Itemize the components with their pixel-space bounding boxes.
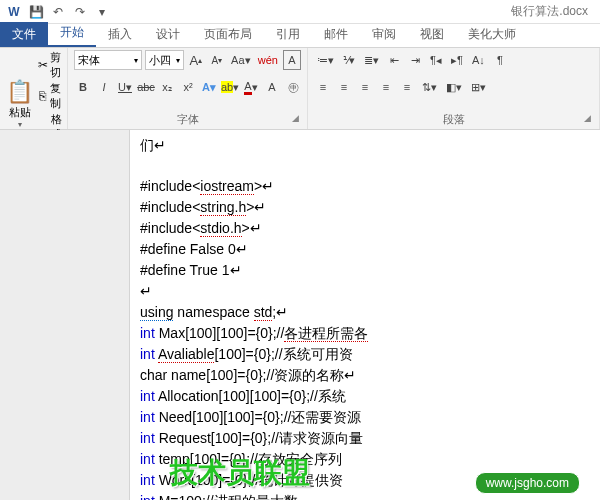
tab-references[interactable]: 引用 xyxy=(264,22,312,47)
decrease-indent-button[interactable]: ⇤ xyxy=(385,50,403,70)
shrink-font-button[interactable]: A▾ xyxy=(208,50,226,70)
paragraph-label: 段落◢ xyxy=(314,111,593,129)
align-right-button[interactable]: ≡ xyxy=(356,77,374,97)
qat-more-icon[interactable]: ▾ xyxy=(92,2,112,22)
superscript-button[interactable]: x² xyxy=(179,77,197,97)
tab-insert[interactable]: 插入 xyxy=(96,22,144,47)
ltr-button[interactable]: ¶◂ xyxy=(427,50,445,70)
font-size-combo[interactable]: 小四▾ xyxy=(145,50,184,70)
tab-design[interactable]: 设计 xyxy=(144,22,192,47)
phonetic-button[interactable]: wén xyxy=(256,50,280,70)
justify-button[interactable]: ≡ xyxy=(377,77,395,97)
tab-review[interactable]: 审阅 xyxy=(360,22,408,47)
navigation-pane xyxy=(0,130,130,500)
tab-beautify[interactable]: 美化大师 xyxy=(456,22,528,47)
group-clipboard: 📋 粘贴 ▾ ✂剪切 ⎘复制 🖌格式刷 剪贴板◢ xyxy=(0,48,68,129)
group-font: 宋体▾ 小四▾ A▴ A▾ Aa▾ wén A B I U▾ abc x₂ x²… xyxy=(68,48,308,129)
align-center-button[interactable]: ≡ xyxy=(335,77,353,97)
text-effects-button[interactable]: A▾ xyxy=(200,77,218,97)
shading-button[interactable]: ◧▾ xyxy=(443,77,465,97)
bullets-button[interactable]: ≔▾ xyxy=(314,50,337,70)
cut-button[interactable]: ✂剪切 xyxy=(37,50,66,80)
change-case-button[interactable]: Aa▾ xyxy=(229,50,253,70)
tab-layout[interactable]: 页面布局 xyxy=(192,22,264,47)
document-title: 银行算法.docx xyxy=(112,3,596,20)
line-spacing-button[interactable]: ⇅▾ xyxy=(419,77,440,97)
sort-button[interactable]: A↓ xyxy=(469,50,488,70)
grow-font-button[interactable]: A▴ xyxy=(187,50,205,70)
borders-button[interactable]: ⊞▾ xyxy=(468,77,489,97)
font-label: 字体◢ xyxy=(74,111,301,129)
scissors-icon: ✂ xyxy=(37,57,48,73)
strike-button[interactable]: abc xyxy=(137,77,155,97)
bold-button[interactable]: B xyxy=(74,77,92,97)
tab-file[interactable]: 文件 xyxy=(0,22,48,47)
highlight-button[interactable]: ab▾ xyxy=(221,77,239,97)
italic-button[interactable]: I xyxy=(95,77,113,97)
distribute-button[interactable]: ≡ xyxy=(398,77,416,97)
char-border-button[interactable]: A xyxy=(283,50,301,70)
copy-icon: ⎘ xyxy=(37,88,48,104)
rtl-button[interactable]: ▸¶ xyxy=(448,50,466,70)
enclose-char-button[interactable]: ㊥ xyxy=(284,77,302,97)
underline-button[interactable]: U▾ xyxy=(116,77,134,97)
subscript-button[interactable]: x₂ xyxy=(158,77,176,97)
multilevel-button[interactable]: ≣▾ xyxy=(361,50,382,70)
word-icon[interactable]: W xyxy=(4,2,24,22)
font-name-combo[interactable]: 宋体▾ xyxy=(74,50,142,70)
char-shading-button[interactable]: A xyxy=(263,77,281,97)
watermark-url: www.jsgho.com xyxy=(475,472,580,494)
document-body[interactable]: 们↵ #include<iostream>↵ #include<string.h… xyxy=(130,130,600,500)
copy-button[interactable]: ⎘复制 xyxy=(37,81,66,111)
ribbon-tabs: 文件 开始 插入 设计 页面布局 引用 邮件 审阅 视图 美化大师 xyxy=(0,24,600,48)
save-icon[interactable]: 💾 xyxy=(26,2,46,22)
dialog-launcher-icon[interactable]: ◢ xyxy=(292,113,299,123)
numbering-button[interactable]: ⅟▾ xyxy=(340,50,358,70)
align-left-button[interactable]: ≡ xyxy=(314,77,332,97)
tab-mailings[interactable]: 邮件 xyxy=(312,22,360,47)
redo-icon[interactable]: ↷ xyxy=(70,2,90,22)
tab-home[interactable]: 开始 xyxy=(48,20,96,47)
increase-indent-button[interactable]: ⇥ xyxy=(406,50,424,70)
group-paragraph: ≔▾ ⅟▾ ≣▾ ⇤ ⇥ ¶◂ ▸¶ A↓ ¶ ≡ ≡ ≡ ≡ ≡ ⇅▾ ◧▾ … xyxy=(308,48,600,129)
undo-icon[interactable]: ↶ xyxy=(48,2,68,22)
dialog-launcher-icon[interactable]: ◢ xyxy=(584,113,591,123)
font-color-button[interactable]: A▾ xyxy=(242,77,260,97)
show-marks-button[interactable]: ¶ xyxy=(491,50,509,70)
tab-view[interactable]: 视图 xyxy=(408,22,456,47)
